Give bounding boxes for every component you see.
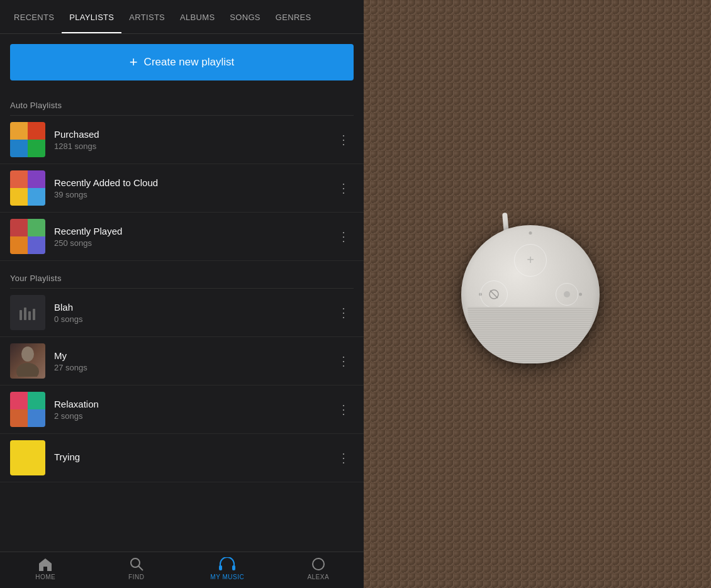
svg-line-7 <box>138 566 143 570</box>
playlist-name-purchased: Purchased <box>54 129 325 140</box>
playlist-thumb-purchased <box>10 122 45 157</box>
plus-icon: + <box>130 55 138 69</box>
playlist-name-recently-played: Recently Played <box>54 226 325 236</box>
playlist-count-blah: 0 songs <box>54 314 325 324</box>
playlist-thumb-recently-played <box>10 219 45 254</box>
svg-point-5 <box>16 363 39 377</box>
led-top <box>529 231 532 235</box>
more-button-relaxation[interactable]: ⋮ <box>333 398 354 421</box>
playlist-info-blah: Blah 0 songs <box>54 302 325 324</box>
bottom-nav-find[interactable]: FIND <box>91 557 182 580</box>
more-button-my[interactable]: ⋮ <box>333 350 354 372</box>
bottom-nav-home[interactable]: HOME <box>0 557 91 580</box>
action-button[interactable] <box>556 283 578 306</box>
nav-genres[interactable]: GENRES <box>268 0 319 33</box>
playlist-info-relaxation: Relaxation 2 songs <box>54 399 325 421</box>
playlist-item-recently-added[interactable]: Recently Added to Cloud 39 songs ⋮ <box>0 164 364 213</box>
svg-rect-1 <box>24 308 26 320</box>
echo-fabric-ring <box>467 307 593 363</box>
playlist-count-purchased: 1281 songs <box>54 141 325 151</box>
nav-artists[interactable]: ARTISTS <box>121 0 172 33</box>
svg-rect-8 <box>219 565 222 570</box>
playlist-info-recently-added: Recently Added to Cloud 39 songs <box>54 177 325 199</box>
alexa-label: ALEXA <box>307 574 329 580</box>
svg-rect-2 <box>28 311 31 320</box>
playlist-item-relaxation[interactable]: Relaxation 2 songs ⋮ <box>0 386 364 434</box>
playlist-name-blah: Blah <box>54 302 325 313</box>
photo-panel: + − <box>364 0 711 588</box>
playlist-info-recently-played: Recently Played 250 songs <box>54 226 325 248</box>
playlist-item-purchased[interactable]: Purchased 1281 songs ⋮ <box>0 116 364 164</box>
create-playlist-button[interactable]: + Create new playlist <box>10 44 354 80</box>
mute-icon <box>488 289 500 300</box>
playlist-name-trying: Trying <box>54 452 325 462</box>
playlist-name-relaxation: Relaxation <box>54 399 325 409</box>
svg-point-6 <box>131 558 140 567</box>
svg-rect-0 <box>20 310 22 320</box>
playlist-name-recently-added: Recently Added to Cloud <box>54 177 325 188</box>
echo-dot-container: + − <box>461 225 600 363</box>
playlist-item-my[interactable]: My 27 songs ⋮ <box>0 337 364 386</box>
playlist-count-recently-added: 39 songs <box>54 190 325 199</box>
nav-recents[interactable]: RECENTS <box>6 0 62 33</box>
more-button-blah[interactable]: ⋮ <box>333 301 354 324</box>
auto-playlists-label: Auto Playlists <box>0 93 364 115</box>
playlist-count-recently-played: 250 songs <box>54 238 325 248</box>
nav-playlists[interactable]: PLAYLISTS <box>62 0 121 33</box>
playlist-count-relaxation: 2 songs <box>54 411 325 421</box>
bottom-nav-my-music[interactable]: MY MUSIC <box>182 557 273 580</box>
search-icon <box>130 557 143 571</box>
my-music-label: MY MUSIC <box>210 574 244 580</box>
more-button-recently-added[interactable]: ⋮ <box>333 177 354 199</box>
playlist-item-trying[interactable]: Trying ⋮ <box>0 434 364 482</box>
home-label: HOME <box>35 574 55 580</box>
playlist-thumb-blah <box>10 295 45 330</box>
playlist-thumb-trying <box>10 440 45 475</box>
playlist-item-recently-played[interactable]: Recently Played 250 songs ⋮ <box>0 213 364 261</box>
find-label: FIND <box>128 574 144 580</box>
your-playlists-label: Your Playlists <box>0 266 364 288</box>
svg-rect-3 <box>33 309 35 320</box>
bottom-nav: HOME FIND MY MUSIC ALEXA <box>0 552 364 588</box>
svg-point-4 <box>21 347 34 362</box>
mute-button[interactable] <box>480 280 508 308</box>
top-nav: RECENTS PLAYLISTS ARTISTS ALBUMS SONGS G… <box>0 0 364 34</box>
svg-line-12 <box>490 291 498 298</box>
nav-albums[interactable]: ALBUMS <box>172 0 222 33</box>
playlist-thumb-relaxation <box>10 392 45 427</box>
music-bars-icon <box>18 305 37 320</box>
person-silhouette-icon <box>15 345 40 377</box>
svg-rect-9 <box>232 565 235 570</box>
echo-dot-device: + − <box>461 225 600 363</box>
app-panel: RECENTS PLAYLISTS ARTISTS ALBUMS SONGS G… <box>0 0 364 588</box>
more-button-purchased[interactable]: ⋮ <box>333 128 354 151</box>
playlist-info-purchased: Purchased 1281 songs <box>54 129 325 151</box>
playlist-thumb-recently-added <box>10 170 45 206</box>
more-button-trying[interactable]: ⋮ <box>333 447 354 469</box>
playlist-info-my: My 27 songs <box>54 350 325 372</box>
more-button-recently-played[interactable]: ⋮ <box>333 225 354 248</box>
alexa-icon <box>311 557 325 571</box>
playlist-info-trying: Trying <box>54 452 325 464</box>
bottom-nav-alexa[interactable]: ALEXA <box>273 557 364 580</box>
playlist-name-my: My <box>54 350 325 361</box>
volume-up-button[interactable]: + <box>514 244 547 277</box>
home-icon <box>38 557 53 571</box>
playlist-thumb-my <box>10 343 45 379</box>
create-playlist-label: Create new playlist <box>144 56 235 69</box>
playlist-item-blah[interactable]: Blah 0 songs ⋮ <box>0 289 364 337</box>
content-scroll: + Create new playlist Auto Playlists Pur… <box>0 34 364 552</box>
headphones-icon <box>219 557 235 571</box>
playlist-count-my: 27 songs <box>54 363 325 372</box>
svg-point-10 <box>313 558 324 570</box>
nav-songs[interactable]: SONGS <box>222 0 267 33</box>
